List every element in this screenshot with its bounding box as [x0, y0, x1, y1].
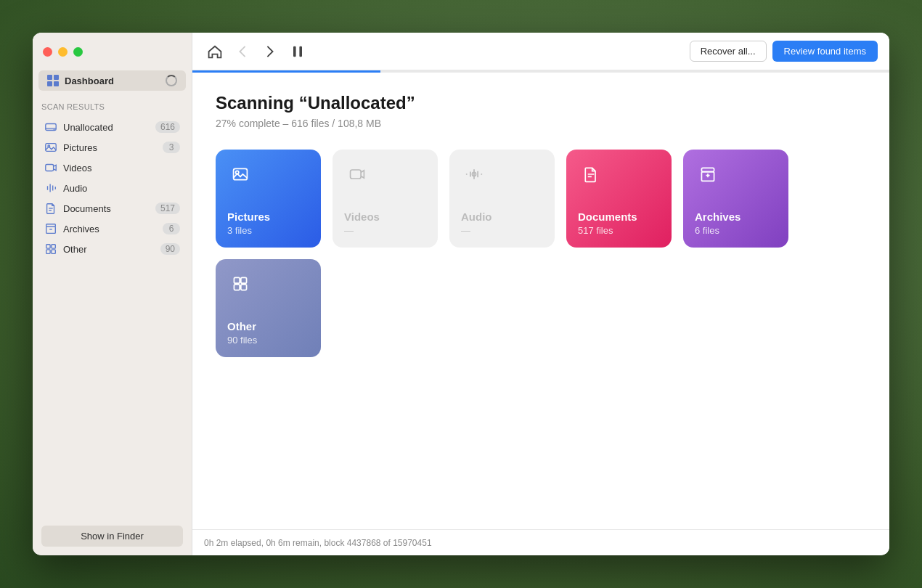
pictures-card-icon — [227, 161, 253, 187]
close-button[interactable] — [43, 47, 52, 57]
sidebar-footer: Show in Finder — [33, 517, 192, 555]
file-card-name: Other — [227, 320, 256, 333]
sidebar-item-count: 517 — [155, 203, 180, 214]
file-card-count: 90 files — [227, 335, 257, 346]
documents-card-icon — [578, 161, 604, 187]
sidebar-item-label: Pictures — [63, 142, 157, 153]
svg-rect-13 — [46, 250, 50, 253]
svg-rect-17 — [234, 168, 248, 179]
loading-spinner — [166, 75, 177, 86]
file-card-pictures[interactable]: Pictures 3 files — [216, 150, 321, 248]
sidebar-item-videos[interactable]: Videos — [36, 158, 189, 178]
home-button[interactable] — [204, 41, 226, 62]
file-card-name: Audio — [461, 211, 492, 224]
videos-card-icon — [344, 161, 370, 187]
svg-rect-16 — [299, 46, 302, 56]
svg-rect-14 — [52, 250, 55, 253]
file-card-count: — — [461, 225, 470, 236]
svg-rect-19 — [351, 170, 362, 179]
back-button[interactable] — [232, 41, 253, 62]
file-card-name: Videos — [344, 211, 380, 224]
app-window: Dashboard Scan results Unallocated 616 — [33, 33, 889, 555]
sidebar-item-label: Unallocated — [63, 122, 150, 133]
svg-rect-5 — [46, 165, 54, 171]
svg-rect-29 — [234, 285, 240, 290]
show-in-finder-button[interactable]: Show in Finder — [41, 526, 183, 547]
scan-progress-bar-track — [192, 70, 889, 73]
scan-results-heading: Scan results — [33, 99, 192, 117]
forward-button[interactable] — [259, 41, 281, 62]
archives-card-icon — [695, 161, 721, 187]
hdd-icon — [44, 121, 57, 134]
pause-button[interactable] — [287, 41, 309, 62]
pictures-icon — [44, 141, 57, 154]
minimize-button[interactable] — [58, 47, 68, 57]
review-found-items-button[interactable]: Review found items — [772, 41, 878, 62]
sidebar-item-label: Audio — [63, 183, 180, 194]
svg-rect-12 — [52, 245, 55, 248]
scan-subtitle: 27% complete – 616 files / 108,8 MB — [216, 118, 866, 129]
main-toolbar: Recover all... Review found items — [192, 33, 889, 70]
other-icon — [44, 242, 57, 256]
file-card-other[interactable]: Other 90 files — [216, 259, 321, 357]
file-card-name: Documents — [578, 211, 637, 224]
sidebar-item-count: 90 — [160, 243, 180, 255]
sidebar-titlebar — [33, 33, 192, 70]
sidebar-item-other[interactable]: Other 90 — [36, 239, 189, 259]
audio-icon — [44, 181, 57, 195]
file-cards-grid: Pictures 3 files Videos — — [216, 150, 866, 357]
file-card-count: 517 files — [578, 225, 613, 236]
videos-icon — [44, 161, 57, 174]
dashboard-label: Dashboard — [65, 75, 160, 86]
file-card-videos[interactable]: Videos — — [333, 150, 438, 248]
sidebar-item-label: Archives — [63, 224, 157, 234]
sidebar-item-dashboard[interactable]: Dashboard — [38, 70, 186, 91]
sidebar: Dashboard Scan results Unallocated 616 — [33, 33, 192, 555]
sidebar-item-label: Other — [63, 244, 155, 255]
scan-progress-bar-fill — [192, 70, 380, 73]
sidebar-item-pictures[interactable]: Pictures 3 — [36, 137, 189, 158]
file-card-count: 3 files — [227, 225, 252, 236]
dashboard-icon — [47, 75, 59, 86]
file-card-name: Pictures — [227, 211, 270, 224]
svg-rect-15 — [293, 46, 296, 56]
documents-icon — [44, 202, 57, 215]
svg-rect-9 — [46, 226, 56, 233]
maximize-button[interactable] — [73, 47, 83, 57]
sidebar-item-label: Documents — [63, 203, 150, 214]
footer-status: 0h 2m elapsed, 0h 6m remain, block 44378… — [204, 538, 432, 548]
svg-rect-27 — [234, 277, 240, 283]
file-card-count: — — [344, 225, 354, 236]
sidebar-item-label: Videos — [63, 163, 180, 173]
recover-all-button[interactable]: Recover all... — [690, 41, 767, 62]
main-footer: 0h 2m elapsed, 0h 6m remain, block 44378… — [192, 529, 889, 555]
main-panel: Recover all... Review found items Scanni… — [192, 33, 889, 555]
sidebar-item-count: 3 — [163, 142, 180, 153]
svg-rect-28 — [241, 277, 247, 283]
sidebar-item-documents[interactable]: Documents 517 — [36, 198, 189, 219]
file-card-name: Archives — [695, 211, 741, 224]
file-card-archives[interactable]: Archives 6 files — [683, 150, 788, 248]
sidebar-item-archives[interactable]: Archives 6 — [36, 219, 189, 239]
audio-card-icon — [461, 161, 487, 187]
sidebar-item-audio[interactable]: Audio — [36, 178, 189, 198]
main-content: Scanning “Unallocated” 27% complete – 61… — [192, 73, 889, 529]
archives-icon — [44, 222, 57, 235]
svg-point-2 — [54, 129, 55, 131]
other-card-icon — [227, 271, 253, 297]
svg-rect-30 — [241, 285, 247, 290]
sidebar-item-count: 6 — [163, 223, 180, 234]
svg-rect-3 — [46, 144, 56, 152]
file-card-documents[interactable]: Documents 517 files — [566, 150, 672, 248]
sidebar-item-count: 616 — [155, 121, 180, 133]
file-card-count: 6 files — [695, 225, 719, 236]
scan-title: Scanning “Unallocated” — [216, 93, 866, 113]
svg-rect-11 — [46, 245, 50, 248]
sidebar-item-unallocated[interactable]: Unallocated 616 — [36, 117, 189, 137]
file-card-audio[interactable]: Audio — — [449, 150, 555, 248]
